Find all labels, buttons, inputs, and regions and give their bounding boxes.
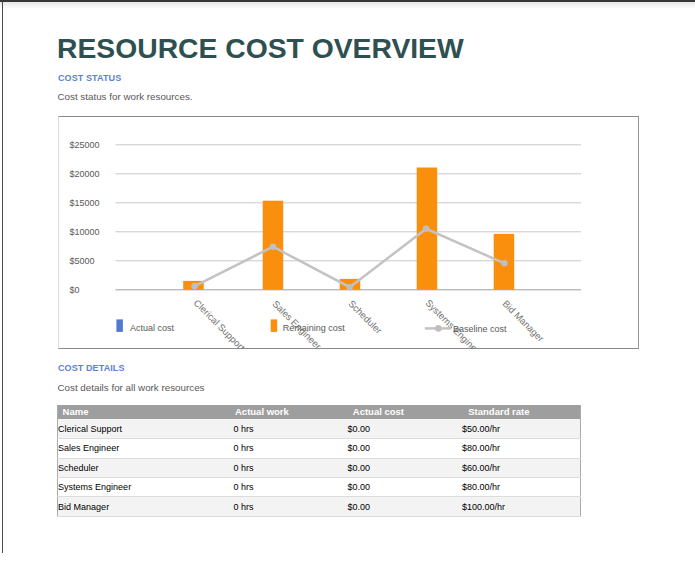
- svg-text:$5000: $5000: [70, 256, 95, 266]
- svg-text:Scheduler: Scheduler: [346, 298, 384, 336]
- svg-text:Baseline cost: Baseline cost: [453, 324, 507, 334]
- svg-text:$10000: $10000: [70, 227, 100, 237]
- svg-text:Clerical Support: Clerical Support: [192, 297, 248, 349]
- svg-text:$20000: $20000: [70, 169, 100, 179]
- svg-text:$15000: $15000: [70, 198, 100, 208]
- svg-text:Actual cost: Actual cost: [130, 323, 175, 333]
- svg-text:Remaining cost: Remaining cost: [283, 323, 346, 333]
- svg-text:Bid Manager: Bid Manager: [500, 298, 546, 344]
- svg-text:$25000: $25000: [70, 140, 100, 150]
- svg-text:$0: $0: [70, 285, 80, 295]
